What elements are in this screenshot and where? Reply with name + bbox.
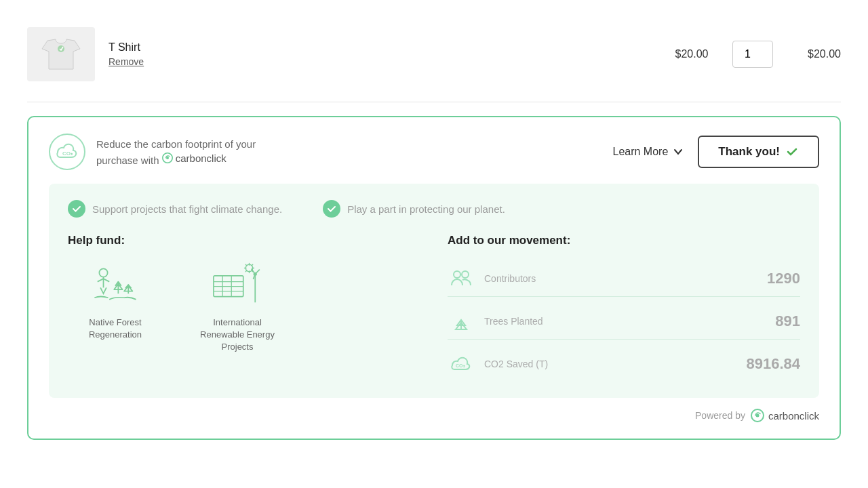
fund-projects-list: Native Forest Regeneration	[68, 261, 420, 354]
co2-saved-value: 8916.84	[746, 355, 800, 373]
trees-planted-stat: Trees Planted 891	[448, 304, 800, 340]
add-movement-section: Add to our movement: Contributors	[448, 234, 800, 382]
trees-icon	[448, 308, 475, 335]
widget-footer: Powered by carbonclick	[49, 409, 819, 422]
check-icon-1	[72, 204, 81, 214]
contributors-people-icon	[449, 266, 473, 291]
svg-point-14	[454, 271, 460, 278]
product-total: $20.00	[787, 48, 841, 60]
contributors-label: Contributors	[484, 273, 757, 284]
widget-checks: Support projects that fight climate chan…	[68, 200, 800, 218]
check-icon-2	[327, 204, 336, 214]
help-fund-section: Help fund:	[68, 234, 420, 382]
svg-point-4	[99, 268, 107, 277]
contributors-stat: Contributors 1290	[448, 261, 800, 297]
forest-regeneration-icon	[85, 261, 146, 308]
learn-more-button[interactable]: Learn More	[613, 146, 685, 158]
contributors-value: 1290	[767, 270, 800, 287]
powered-by-label: Powered by	[695, 410, 745, 421]
co2-saved-icon: CO₂	[448, 350, 475, 378]
svg-text:CO₂: CO₂	[456, 363, 465, 368]
widget-header: CO₂ Reduce the carbon footprint of your …	[49, 134, 819, 170]
widget-header-left: CO₂ Reduce the carbon footprint of your …	[49, 134, 300, 170]
trees-planted-value: 891	[775, 312, 800, 330]
widget-main: Help fund:	[68, 234, 800, 382]
svg-text:CO₂: CO₂	[62, 150, 73, 157]
carbonclick-inline-logo	[162, 152, 173, 163]
learn-more-label: Learn More	[613, 146, 669, 158]
co2-saved-stat: CO₂ CO2 Saved (T) 8916.84	[448, 346, 800, 382]
product-row: T Shirt Remove $20.00 $20.00	[27, 14, 841, 102]
contributors-icon	[448, 265, 475, 292]
co2-icon-wrapper: CO₂	[49, 134, 85, 170]
product-name: T Shirt	[108, 41, 140, 53]
widget-body: Support projects that fight climate chan…	[49, 184, 819, 398]
co2-saved-label: CO2 Saved (T)	[484, 359, 736, 369]
tree-icon	[449, 309, 473, 333]
energy-project-label: International Renewable Energy Projects	[190, 317, 285, 354]
product-price: $20.00	[665, 48, 719, 60]
co2-saved-cloud-icon: CO₂	[449, 352, 473, 376]
check-label-1: Support projects that fight climate chan…	[92, 203, 282, 215]
brand-inline: carbonclick	[176, 151, 226, 165]
check-circle-1	[68, 200, 85, 218]
help-fund-title: Help fund:	[68, 234, 420, 247]
co2-cloud-icon: CO₂	[55, 140, 79, 164]
quantity-input[interactable]	[732, 41, 773, 68]
product-image	[27, 27, 95, 81]
checkmark-icon	[785, 145, 799, 159]
svg-point-15	[462, 271, 469, 278]
product-info: T Shirt Remove	[108, 41, 651, 67]
widget-tagline: Reduce the carbon footprint of your purc…	[96, 137, 300, 167]
svg-point-3	[166, 157, 169, 159]
carbonclick-logo: carbonclick	[751, 409, 819, 422]
forest-project-label: Native Forest Regeneration	[68, 317, 163, 341]
chevron-down-icon	[672, 146, 684, 158]
trees-planted-label: Trees Planted	[484, 316, 766, 327]
carbonclick-footer-logo-icon	[751, 409, 764, 422]
thank-you-label: Thank you!	[718, 145, 780, 159]
check-item-2: Play a part in protecting our planet.	[323, 200, 505, 218]
thank-you-button[interactable]: Thank you!	[698, 136, 819, 168]
carbonclick-footer-brand: carbonclick	[768, 410, 819, 422]
movement-title: Add to our movement:	[448, 234, 800, 247]
svg-point-0	[58, 45, 64, 52]
fund-project-forest: Native Forest Regeneration	[68, 261, 163, 354]
product-tshirt-icon	[41, 34, 81, 75]
widget-header-right: Learn More Thank you!	[613, 136, 820, 168]
carbon-widget: CO₂ Reduce the carbon footprint of your …	[27, 116, 841, 440]
remove-link[interactable]: Remove	[108, 56, 651, 67]
check-label-2: Play a part in protecting our planet.	[347, 203, 505, 215]
check-circle-2	[323, 200, 340, 218]
movement-stats: Contributors 1290 Trees Planted	[448, 261, 800, 382]
check-item-1: Support projects that fight climate chan…	[68, 200, 282, 218]
renewable-energy-icon	[207, 261, 268, 308]
fund-project-energy: International Renewable Energy Projects	[190, 261, 285, 354]
svg-point-18	[755, 414, 759, 418]
